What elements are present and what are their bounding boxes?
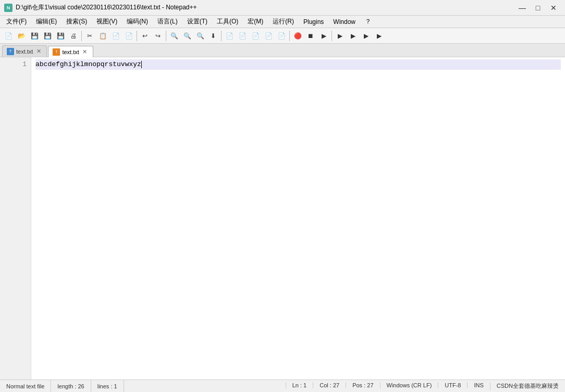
toolbar-btn-d[interactable]: 📄	[262, 30, 275, 42]
toolbar-btn-运行4[interactable]: ▶	[373, 30, 385, 42]
toolbar-btn-运行1[interactable]: ▶	[334, 30, 346, 42]
status-lines: lines : 1	[91, 380, 124, 392]
menu-item-m[interactable]: 宏(M)	[243, 16, 267, 27]
editor-content[interactable]: abcdefghijklmnopqrstuvwxyz	[31, 57, 565, 380]
toolbar-btn-粘贴[interactable]: 📄	[109, 30, 122, 42]
menu-item-[interactable]: ？	[361, 16, 375, 27]
status-extra: CSDN全套德基吃麻辣烫	[490, 382, 565, 390]
menu-item-s[interactable]: 搜索(S)	[62, 16, 91, 27]
toolbar-separator	[289, 31, 290, 41]
toolbar-btn-停止录制[interactable]: ⏹	[304, 30, 317, 42]
minimize-button[interactable]: —	[515, 2, 530, 14]
menu-item-l[interactable]: 语言(L)	[153, 16, 182, 27]
menu-item-f[interactable]: 文件(F)	[2, 16, 31, 27]
line-numbers: 1	[0, 57, 31, 380]
tab-label-tab2: text.txt	[62, 49, 79, 55]
menu-bar: 文件(F)编辑(E)搜索(S)视图(V)编码(N)语言(L)设置(T)工具(O)…	[0, 16, 565, 28]
toolbar-btn-撤销[interactable]: ↩	[139, 30, 151, 42]
menu-item-plugins[interactable]: Plugins	[299, 17, 328, 27]
toolbar: 📄📂💾💾💾🖨✂📋📄📄↩↪🔍🔍🔍⬇📄📄📄📄📄🔴⏹▶▶▶▶▶	[0, 28, 565, 44]
toolbar-btn-替换[interactable]: 🔍	[181, 30, 193, 42]
title-bar: N D:\git\仓库1\visual code\20230116\202301…	[0, 0, 565, 16]
line-number-1: 1	[20, 59, 31, 70]
toolbar-btn-c[interactable]: 📄	[249, 30, 262, 42]
toolbar-btn-重做[interactable]: ↪	[152, 30, 164, 42]
toolbar-btn-粘贴2[interactable]: 📄	[122, 30, 135, 42]
tab-bar: Ttext.txt✕Ttext.txt✕	[0, 44, 565, 57]
toolbar-separator	[221, 31, 222, 41]
toolbar-btn-查找下一个[interactable]: 🔍	[194, 30, 206, 42]
app-icon: N	[4, 4, 13, 12]
status-file-type: Normal text file	[0, 380, 51, 392]
maximize-button[interactable]: □	[531, 2, 545, 14]
tab-close-tab2[interactable]: ✕	[81, 48, 89, 56]
status-ln: Ln : 1	[286, 382, 313, 388]
toolbar-btn-另存为[interactable]: 💾	[41, 30, 54, 42]
toolbar-btn-新建[interactable]: 📄	[2, 30, 15, 42]
menu-item-o[interactable]: 工具(O)	[213, 16, 242, 27]
toolbar-btn-录制宏[interactable]: 🔴	[291, 30, 304, 42]
editor-line-1: abcdefghijklmnopqrstuvwxyz	[35, 59, 561, 70]
toolbar-btn-查找[interactable]: 🔍	[168, 30, 180, 42]
status-encoding: UTF-8	[438, 382, 467, 388]
toolbar-btn-运行2[interactable]: ▶	[347, 30, 359, 42]
toolbar-btn-e[interactable]: 📄	[275, 30, 288, 42]
toolbar-btn-下一个[interactable]: ⬇	[207, 30, 219, 42]
title-text: D:\git\仓库1\visual code\20230116\20230116…	[16, 3, 515, 12]
status-col: Col : 27	[313, 382, 346, 388]
status-length: length : 26	[51, 380, 91, 392]
text-cursor	[141, 61, 142, 68]
menu-item-e[interactable]: 编辑(E)	[32, 16, 61, 27]
toolbar-separator	[331, 31, 332, 41]
editor-container: 1 abcdefghijklmnopqrstuvwxyz	[0, 57, 565, 380]
toolbar-btn-打印[interactable]: 🖨	[67, 30, 80, 42]
toolbar-btn-运行3[interactable]: ▶	[360, 30, 372, 42]
toolbar-separator	[137, 31, 137, 41]
toolbar-btn-播放宏[interactable]: ▶	[317, 30, 330, 42]
status-eol: Windows (CR LF)	[380, 382, 438, 388]
toolbar-btn-保存[interactable]: 💾	[28, 30, 41, 42]
toolbar-btn-剪切[interactable]: ✂	[83, 30, 96, 42]
toolbar-separator	[166, 31, 166, 41]
toolbar-btn-复制[interactable]: 📋	[96, 30, 109, 42]
menu-item-window[interactable]: Window	[329, 17, 360, 27]
toolbar-btn-b[interactable]: 📄	[236, 30, 249, 42]
toolbar-separator	[81, 31, 82, 41]
window-controls: — □ ✕	[515, 2, 561, 14]
status-bar: Normal text file length : 26 lines : 1 L…	[0, 380, 565, 392]
tab-tab2[interactable]: Ttext.txt✕	[48, 46, 93, 57]
tab-tab1[interactable]: Ttext.txt✕	[2, 45, 47, 57]
menu-item-v[interactable]: 视图(V)	[92, 16, 121, 27]
tab-label-tab1: text.txt	[16, 48, 33, 55]
tab-icon-tab2: T	[53, 48, 60, 56]
menu-item-t[interactable]: 设置(T)	[183, 16, 212, 27]
status-right: Ln : 1 Col : 27 Pos : 27 Windows (CR LF)…	[286, 382, 565, 390]
tab-close-tab1[interactable]: ✕	[35, 48, 42, 55]
menu-item-r[interactable]: 运行(R)	[268, 16, 298, 27]
tab-icon-tab1: T	[7, 48, 14, 55]
menu-item-n[interactable]: 编码(N)	[122, 16, 152, 27]
status-ins: INS	[467, 382, 489, 388]
close-button[interactable]: ✕	[546, 2, 561, 14]
toolbar-btn-全部保存[interactable]: 💾	[54, 30, 67, 42]
toolbar-btn-打开[interactable]: 📂	[15, 30, 28, 42]
status-pos: Pos : 27	[346, 382, 379, 388]
toolbar-btn-a[interactable]: 📄	[223, 30, 236, 42]
